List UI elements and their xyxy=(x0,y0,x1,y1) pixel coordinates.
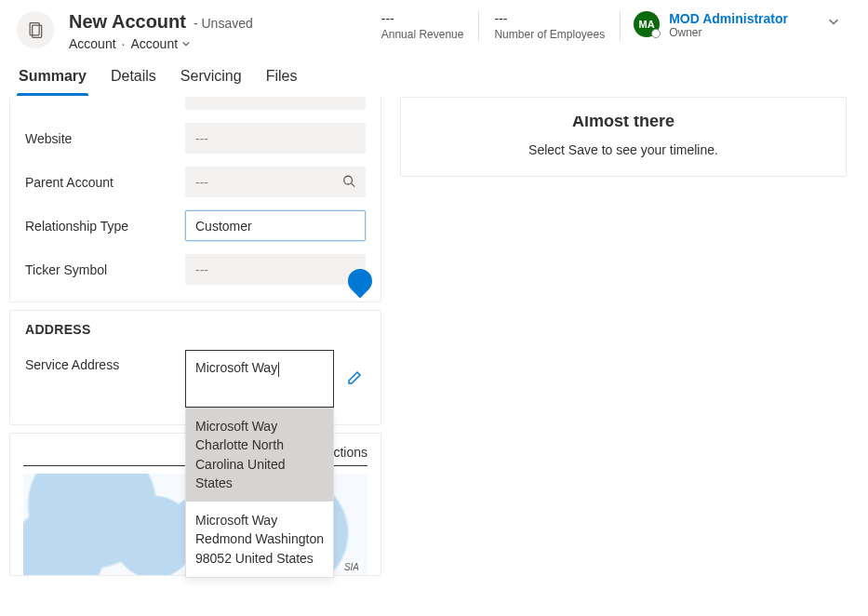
timeline-message: Select Save to see your timeline. xyxy=(420,142,827,157)
annual-revenue-label: Annual Revenue xyxy=(381,28,464,41)
unsaved-status: - Unsaved xyxy=(194,16,253,31)
form-selector-label: Account xyxy=(130,36,178,51)
page-title: New Account xyxy=(69,11,186,33)
timeline-card: Almost there Select Save to see your tim… xyxy=(400,97,847,177)
owner-avatar-initials: MA xyxy=(639,19,655,30)
tab-summary[interactable]: Summary xyxy=(17,59,88,96)
service-address-value: Microsoft Way xyxy=(195,360,277,375)
ticker-symbol-label: Ticker Symbol xyxy=(25,255,185,285)
parent-account-lookup[interactable]: --- xyxy=(185,167,366,197)
employees-label: Number of Employees xyxy=(494,28,605,41)
address-card: ADDRESS Service Address Microsoft Way Mi… xyxy=(9,310,381,425)
header-title-block: New Account - Unsaved Account · Account xyxy=(69,11,253,51)
relationship-type-label: Relationship Type xyxy=(25,211,185,241)
website-label: Website xyxy=(25,124,185,154)
header-fields: --- Annual Revenue --- Number of Employe… xyxy=(367,11,801,41)
form-selector[interactable]: Account xyxy=(130,36,191,51)
header-field-owner[interactable]: MA MOD Administrator Owner xyxy=(620,11,801,41)
chevron-down-icon xyxy=(827,15,840,28)
header-field-employees[interactable]: --- Number of Employees xyxy=(478,11,620,41)
header-field-annual-revenue[interactable]: --- Annual Revenue xyxy=(367,11,479,41)
owner-name-link[interactable]: MOD Administrator xyxy=(669,11,788,26)
pencil-icon xyxy=(347,370,362,385)
breadcrumb-entity: Account xyxy=(69,36,116,51)
directions-link[interactable]: ctions xyxy=(333,445,367,460)
presence-indicator-icon xyxy=(651,29,661,38)
breadcrumb: Account · Account xyxy=(69,36,253,51)
tab-servicing[interactable]: Servicing xyxy=(179,59,244,96)
map-attribution: SIA xyxy=(341,562,362,572)
website-input[interactable]: --- xyxy=(185,123,366,154)
parent-account-label: Parent Account xyxy=(25,167,185,197)
address-suggestion-item[interactable]: Microsoft Way Charlotte North Carolina U… xyxy=(186,408,333,502)
address-section-title: ADDRESS xyxy=(25,322,366,337)
address-suggestions-dropdown: Microsoft Way Charlotte North Carolina U… xyxy=(185,408,334,578)
annual-revenue-value: --- xyxy=(381,11,464,26)
service-address-label: Service Address xyxy=(25,350,185,380)
svg-line-3 xyxy=(352,183,355,187)
chevron-down-icon xyxy=(181,39,191,48)
employees-value: --- xyxy=(494,11,605,26)
relationship-type-select[interactable]: Customer xyxy=(185,210,366,241)
owner-label: Owner xyxy=(669,26,788,39)
ticker-symbol-input[interactable]: --- xyxy=(185,254,366,285)
breadcrumb-separator: · xyxy=(122,36,126,51)
edit-address-button[interactable] xyxy=(347,370,362,388)
page-header: New Account - Unsaved Account · Account … xyxy=(0,0,868,59)
account-info-card: Website --- Parent Account --- Relations… xyxy=(9,97,381,302)
entity-icon xyxy=(17,11,54,48)
svg-point-2 xyxy=(344,176,353,184)
search-icon xyxy=(342,174,355,190)
tab-bar: Summary Details Servicing Files xyxy=(0,59,868,97)
tab-files[interactable]: Files xyxy=(264,59,300,96)
owner-avatar: MA xyxy=(634,11,660,37)
ai-suggestion-icon[interactable] xyxy=(343,264,378,299)
header-expand-button[interactable] xyxy=(816,11,851,34)
tab-details[interactable]: Details xyxy=(109,59,158,96)
service-address-input[interactable]: Microsoft Way xyxy=(185,350,334,408)
partial-field-input[interactable] xyxy=(185,97,366,110)
text-caret-icon xyxy=(278,362,279,377)
address-suggestion-item[interactable]: Microsoft Way Redmond Washington 98052 U… xyxy=(186,502,333,577)
timeline-title: Almost there xyxy=(420,116,827,133)
